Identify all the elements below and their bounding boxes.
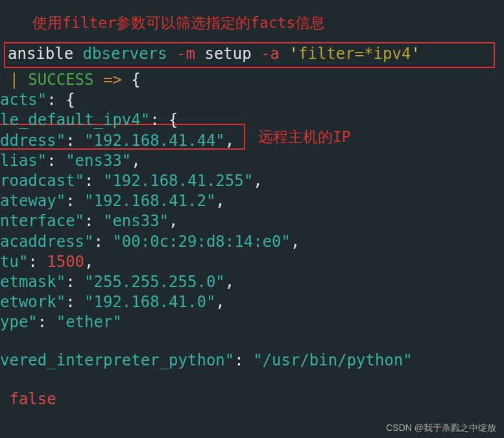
key-gateway: ateway" <box>0 192 66 210</box>
colon: : <box>150 111 169 129</box>
colon: : <box>28 253 47 271</box>
comma: , <box>253 172 262 190</box>
terminal-output: | SUCCESS => { acts": { le_default_ipv4"… <box>0 70 504 409</box>
colon: : <box>234 351 253 369</box>
output-line-14: vered_interpreter_python": "/usr/bin/pyt… <box>0 351 504 371</box>
val-network: "192.168.41.0" <box>84 293 215 311</box>
key-interpreter: vered_interpreter_python" <box>0 351 234 369</box>
comma: , <box>215 293 224 311</box>
cmd-module: setup <box>195 45 261 63</box>
csdn-watermark: CSDN @我于杀戮之中绽放 <box>386 422 496 434</box>
val-address: "192.168.41.44" <box>84 132 225 150</box>
brace: { <box>169 111 178 129</box>
cmd-flag-a: -a <box>261 45 289 63</box>
output-line-3: ddress": "192.168.41.44", <box>0 131 504 151</box>
cmd-arg: filter=*ipv4 <box>298 45 411 63</box>
output-line-12: ype": "ether" <box>0 312 504 332</box>
blank-line <box>0 371 504 389</box>
success-gt: > <box>112 71 121 89</box>
success-brace: { <box>122 71 141 89</box>
annotation-filter-text: 使用filter参数可以筛选指定的facts信息 <box>32 13 325 33</box>
cmd-quote2: ' <box>411 45 420 63</box>
comma: , <box>169 212 178 230</box>
key-facts: acts" <box>0 91 47 109</box>
val-interpreter: "/usr/bin/python" <box>253 351 413 369</box>
val-gateway: "192.168.41.2" <box>84 192 215 210</box>
val-false: false <box>0 390 56 408</box>
comma: , <box>131 152 140 170</box>
cmd-flag-m: -m <box>176 45 195 63</box>
colon: : <box>66 273 84 291</box>
colon: : <box>66 293 84 311</box>
val-interface: "ens33" <box>103 212 169 230</box>
val-netmask: "255.255.255.0" <box>84 273 225 291</box>
key-broadcast: roadcast" <box>0 172 84 190</box>
colon: : <box>94 233 113 251</box>
success-arrow: = <box>103 71 112 89</box>
val-macaddress: "00:0c:29:d8:14:e0" <box>112 233 291 251</box>
colon: : <box>84 172 103 190</box>
key-network: etwork" <box>0 293 66 311</box>
output-line-16: false <box>0 389 504 409</box>
comma: , <box>215 192 224 210</box>
output-line-10: etmask": "255.255.255.0", <box>0 272 504 292</box>
val-mtu: 1500 <box>47 253 84 271</box>
key-macaddress: acaddress" <box>0 233 94 251</box>
key-default-ipv4: le_default_ipv4" <box>0 111 150 129</box>
comma: , <box>225 273 234 291</box>
output-line-11: etwork": "192.168.41.0", <box>0 292 504 312</box>
output-line-6: ateway": "192.168.41.2", <box>0 191 504 211</box>
val-type: "ether" <box>56 313 122 331</box>
brace: { <box>66 91 75 109</box>
output-line-9: tu": 1500, <box>0 252 504 272</box>
key-type: ype" <box>0 313 38 331</box>
colon: : <box>66 192 84 210</box>
val-alias: "ens33" <box>66 152 131 170</box>
key-address: ddress" <box>0 132 66 150</box>
success-text: SUCCESS <box>19 71 103 89</box>
output-line-2: le_default_ipv4": { <box>0 110 504 130</box>
cmd-host: dbservers <box>73 45 176 63</box>
cmd-ansible: ansible <box>8 45 73 63</box>
key-alias: lias" <box>0 152 47 170</box>
comma: , <box>84 253 93 271</box>
colon: : <box>84 212 103 230</box>
colon: : <box>47 91 66 109</box>
output-line-7: nterface": "ens33", <box>0 211 504 231</box>
key-interface: nterface" <box>0 212 84 230</box>
key-mtu: tu" <box>0 253 28 271</box>
cmd-quote1: ' <box>289 45 298 63</box>
output-line-4: lias": "ens33", <box>0 151 504 171</box>
comma: , <box>291 233 300 251</box>
colon: : <box>66 132 84 150</box>
output-line-8: acaddress": "00:0c:29:d8:14:e0", <box>0 232 504 252</box>
val-broadcast: "192.168.41.255" <box>103 172 253 190</box>
success-pipe: | <box>9 71 18 89</box>
colon: : <box>38 313 56 331</box>
key-netmask: etmask" <box>0 273 66 291</box>
output-line-1: acts": { <box>0 90 504 110</box>
output-line-5: roadcast": "192.168.41.255", <box>0 171 504 191</box>
blank-line <box>0 332 504 351</box>
output-line-success: | SUCCESS => { <box>0 70 504 90</box>
command-highlight-box: ansible dbservers -m setup -a 'filter=*i… <box>4 42 495 68</box>
comma: , <box>225 132 234 150</box>
colon: : <box>47 152 66 170</box>
